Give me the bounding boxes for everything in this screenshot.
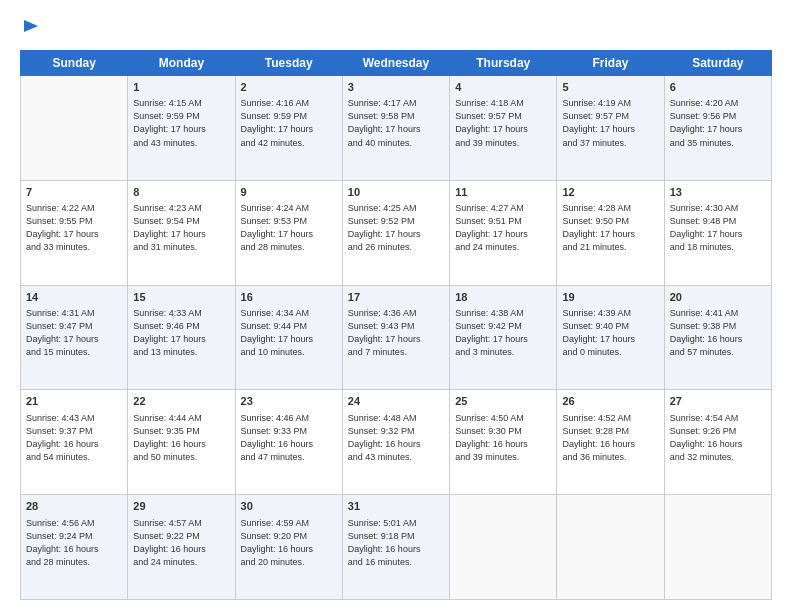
day-number: 14: [26, 290, 122, 305]
day-number: 4: [455, 80, 551, 95]
calendar-cell: 25Sunrise: 4:50 AM Sunset: 9:30 PM Dayli…: [450, 390, 557, 495]
day-info: Sunrise: 4:46 AM Sunset: 9:33 PM Dayligh…: [241, 412, 337, 464]
calendar-cell: 17Sunrise: 4:36 AM Sunset: 9:43 PM Dayli…: [342, 285, 449, 390]
calendar-cell: [557, 495, 664, 600]
day-number: 27: [670, 394, 766, 409]
day-number: 24: [348, 394, 444, 409]
calendar-cell: 5Sunrise: 4:19 AM Sunset: 9:57 PM Daylig…: [557, 76, 664, 181]
calendar-cell: 12Sunrise: 4:28 AM Sunset: 9:50 PM Dayli…: [557, 180, 664, 285]
calendar-cell: 28Sunrise: 4:56 AM Sunset: 9:24 PM Dayli…: [21, 495, 128, 600]
calendar-row-1: 1Sunrise: 4:15 AM Sunset: 9:59 PM Daylig…: [21, 76, 772, 181]
calendar-table: SundayMondayTuesdayWednesdayThursdayFrid…: [20, 50, 772, 600]
column-header-thursday: Thursday: [450, 51, 557, 76]
day-number: 5: [562, 80, 658, 95]
day-number: 7: [26, 185, 122, 200]
calendar-cell: 2Sunrise: 4:16 AM Sunset: 9:59 PM Daylig…: [235, 76, 342, 181]
logo: [20, 18, 40, 40]
calendar-cell: 24Sunrise: 4:48 AM Sunset: 9:32 PM Dayli…: [342, 390, 449, 495]
day-info: Sunrise: 4:22 AM Sunset: 9:55 PM Dayligh…: [26, 202, 122, 254]
day-number: 22: [133, 394, 229, 409]
day-info: Sunrise: 4:31 AM Sunset: 9:47 PM Dayligh…: [26, 307, 122, 359]
header: [20, 18, 772, 40]
header-row: SundayMondayTuesdayWednesdayThursdayFrid…: [21, 51, 772, 76]
day-number: 30: [241, 499, 337, 514]
day-info: Sunrise: 4:34 AM Sunset: 9:44 PM Dayligh…: [241, 307, 337, 359]
calendar-cell: 29Sunrise: 4:57 AM Sunset: 9:22 PM Dayli…: [128, 495, 235, 600]
column-header-sunday: Sunday: [21, 51, 128, 76]
day-number: 23: [241, 394, 337, 409]
day-info: Sunrise: 4:44 AM Sunset: 9:35 PM Dayligh…: [133, 412, 229, 464]
calendar-cell: 8Sunrise: 4:23 AM Sunset: 9:54 PM Daylig…: [128, 180, 235, 285]
day-number: 8: [133, 185, 229, 200]
day-info: Sunrise: 4:50 AM Sunset: 9:30 PM Dayligh…: [455, 412, 551, 464]
page: SundayMondayTuesdayWednesdayThursdayFrid…: [0, 0, 792, 612]
day-number: 9: [241, 185, 337, 200]
day-info: Sunrise: 4:57 AM Sunset: 9:22 PM Dayligh…: [133, 517, 229, 569]
day-number: 10: [348, 185, 444, 200]
day-number: 3: [348, 80, 444, 95]
day-info: Sunrise: 4:28 AM Sunset: 9:50 PM Dayligh…: [562, 202, 658, 254]
calendar-cell: 19Sunrise: 4:39 AM Sunset: 9:40 PM Dayli…: [557, 285, 664, 390]
svg-marker-0: [24, 20, 38, 32]
calendar-row-2: 7Sunrise: 4:22 AM Sunset: 9:55 PM Daylig…: [21, 180, 772, 285]
day-info: Sunrise: 4:18 AM Sunset: 9:57 PM Dayligh…: [455, 97, 551, 149]
day-number: 26: [562, 394, 658, 409]
calendar-row-5: 28Sunrise: 4:56 AM Sunset: 9:24 PM Dayli…: [21, 495, 772, 600]
day-number: 11: [455, 185, 551, 200]
column-header-tuesday: Tuesday: [235, 51, 342, 76]
day-number: 18: [455, 290, 551, 305]
calendar-cell: 23Sunrise: 4:46 AM Sunset: 9:33 PM Dayli…: [235, 390, 342, 495]
calendar-cell: 15Sunrise: 4:33 AM Sunset: 9:46 PM Dayli…: [128, 285, 235, 390]
day-number: 21: [26, 394, 122, 409]
day-info: Sunrise: 4:59 AM Sunset: 9:20 PM Dayligh…: [241, 517, 337, 569]
calendar-cell: 31Sunrise: 5:01 AM Sunset: 9:18 PM Dayli…: [342, 495, 449, 600]
day-info: Sunrise: 4:54 AM Sunset: 9:26 PM Dayligh…: [670, 412, 766, 464]
calendar-cell: 4Sunrise: 4:18 AM Sunset: 9:57 PM Daylig…: [450, 76, 557, 181]
day-info: Sunrise: 4:38 AM Sunset: 9:42 PM Dayligh…: [455, 307, 551, 359]
calendar-header: SundayMondayTuesdayWednesdayThursdayFrid…: [21, 51, 772, 76]
calendar-cell: 30Sunrise: 4:59 AM Sunset: 9:20 PM Dayli…: [235, 495, 342, 600]
column-header-friday: Friday: [557, 51, 664, 76]
day-info: Sunrise: 4:17 AM Sunset: 9:58 PM Dayligh…: [348, 97, 444, 149]
calendar-cell: [450, 495, 557, 600]
day-info: Sunrise: 4:41 AM Sunset: 9:38 PM Dayligh…: [670, 307, 766, 359]
calendar-body: 1Sunrise: 4:15 AM Sunset: 9:59 PM Daylig…: [21, 76, 772, 600]
calendar-cell: 6Sunrise: 4:20 AM Sunset: 9:56 PM Daylig…: [664, 76, 771, 181]
calendar-cell: 22Sunrise: 4:44 AM Sunset: 9:35 PM Dayli…: [128, 390, 235, 495]
day-number: 19: [562, 290, 658, 305]
day-number: 12: [562, 185, 658, 200]
day-number: 13: [670, 185, 766, 200]
logo-flag-icon: [22, 18, 40, 40]
calendar-cell: [664, 495, 771, 600]
day-info: Sunrise: 4:52 AM Sunset: 9:28 PM Dayligh…: [562, 412, 658, 464]
calendar-cell: 16Sunrise: 4:34 AM Sunset: 9:44 PM Dayli…: [235, 285, 342, 390]
day-info: Sunrise: 4:24 AM Sunset: 9:53 PM Dayligh…: [241, 202, 337, 254]
day-number: 6: [670, 80, 766, 95]
column-header-wednesday: Wednesday: [342, 51, 449, 76]
day-info: Sunrise: 4:36 AM Sunset: 9:43 PM Dayligh…: [348, 307, 444, 359]
calendar-cell: [21, 76, 128, 181]
column-header-monday: Monday: [128, 51, 235, 76]
day-number: 1: [133, 80, 229, 95]
calendar-row-4: 21Sunrise: 4:43 AM Sunset: 9:37 PM Dayli…: [21, 390, 772, 495]
day-info: Sunrise: 4:39 AM Sunset: 9:40 PM Dayligh…: [562, 307, 658, 359]
calendar-cell: 9Sunrise: 4:24 AM Sunset: 9:53 PM Daylig…: [235, 180, 342, 285]
calendar-cell: 27Sunrise: 4:54 AM Sunset: 9:26 PM Dayli…: [664, 390, 771, 495]
calendar-cell: 3Sunrise: 4:17 AM Sunset: 9:58 PM Daylig…: [342, 76, 449, 181]
day-info: Sunrise: 4:16 AM Sunset: 9:59 PM Dayligh…: [241, 97, 337, 149]
day-info: Sunrise: 4:27 AM Sunset: 9:51 PM Dayligh…: [455, 202, 551, 254]
day-number: 25: [455, 394, 551, 409]
day-info: Sunrise: 4:23 AM Sunset: 9:54 PM Dayligh…: [133, 202, 229, 254]
day-info: Sunrise: 4:20 AM Sunset: 9:56 PM Dayligh…: [670, 97, 766, 149]
day-info: Sunrise: 4:15 AM Sunset: 9:59 PM Dayligh…: [133, 97, 229, 149]
day-number: 2: [241, 80, 337, 95]
day-info: Sunrise: 4:48 AM Sunset: 9:32 PM Dayligh…: [348, 412, 444, 464]
calendar-cell: 21Sunrise: 4:43 AM Sunset: 9:37 PM Dayli…: [21, 390, 128, 495]
day-number: 28: [26, 499, 122, 514]
day-number: 29: [133, 499, 229, 514]
day-number: 16: [241, 290, 337, 305]
day-info: Sunrise: 4:30 AM Sunset: 9:48 PM Dayligh…: [670, 202, 766, 254]
calendar-cell: 7Sunrise: 4:22 AM Sunset: 9:55 PM Daylig…: [21, 180, 128, 285]
calendar-cell: 20Sunrise: 4:41 AM Sunset: 9:38 PM Dayli…: [664, 285, 771, 390]
logo-text: [20, 18, 40, 40]
